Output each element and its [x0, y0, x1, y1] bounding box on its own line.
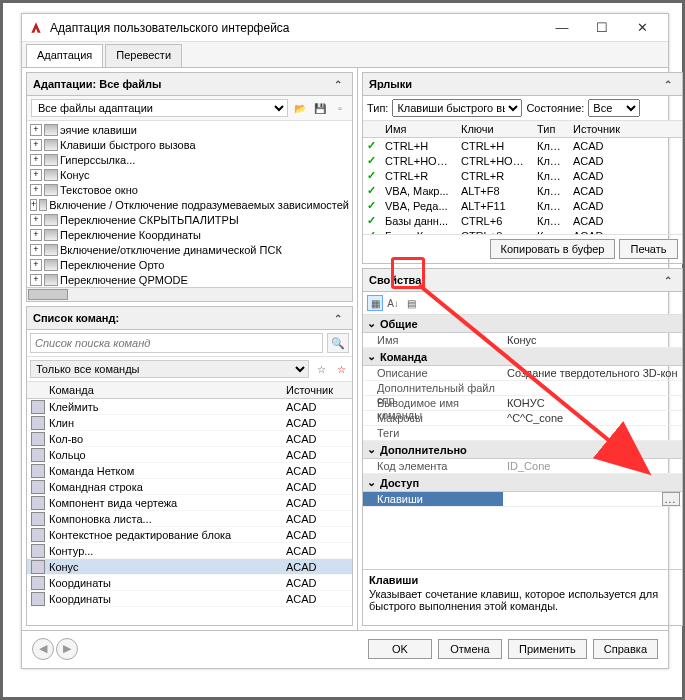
command-row[interactable]: Контур...ACAD: [27, 543, 352, 559]
command-icon: [31, 512, 45, 526]
expand-icon[interactable]: +: [30, 124, 42, 136]
expand-icon[interactable]: +: [30, 214, 42, 226]
expand-icon[interactable]: +: [30, 199, 37, 211]
tree-item[interactable]: +Переключение СКРЫТЬПАЛИТРЫ: [28, 212, 351, 227]
keys-ellipsis-button[interactable]: ...: [662, 492, 680, 506]
tree-item[interactable]: +Гиперссылка...: [28, 152, 351, 167]
print-button[interactable]: Печать: [619, 239, 677, 259]
expand-icon[interactable]: +: [30, 244, 42, 256]
expand-icon[interactable]: +: [30, 154, 42, 166]
shortcut-row[interactable]: ✓VBA, Реда...ALT+F11Кла...ACAD: [363, 198, 682, 213]
collapse-icon[interactable]: ⌃: [330, 76, 346, 92]
command-icon: [31, 480, 45, 494]
node-icon: [39, 199, 47, 211]
node-icon: [44, 229, 58, 241]
command-row[interactable]: КоординатыACAD: [27, 591, 352, 607]
tree-item[interactable]: +Переключение QPMODE: [28, 272, 351, 287]
command-row[interactable]: КольцоACAD: [27, 447, 352, 463]
horizontal-scrollbar[interactable]: [27, 287, 352, 301]
command-filter-combo[interactable]: Только все команды: [30, 360, 309, 378]
maximize-button[interactable]: ☐: [582, 16, 622, 40]
shortcut-row[interactable]: ✓Базы данн...CTRL+6Кла...ACAD: [363, 213, 682, 228]
cancel-button[interactable]: Отмена: [438, 639, 502, 659]
ok-button[interactable]: OK: [368, 639, 432, 659]
shortcuts-panel: Ярлыки ⌃ Тип: Клавиши быстрого вызова Со…: [362, 72, 683, 264]
command-row[interactable]: Компонент вида чертежаACAD: [27, 495, 352, 511]
app-icon: [28, 20, 44, 36]
node-icon: [44, 169, 58, 181]
command-icon: [31, 576, 45, 590]
expand-icon[interactable]: +: [30, 259, 42, 271]
search-button[interactable]: 🔍: [327, 333, 349, 353]
tree-item[interactable]: +эячие клавиши: [28, 122, 351, 137]
command-table[interactable]: Команда Источник КлеймитьACADКлинACADКол…: [27, 382, 352, 625]
property-help: Клавиши Указывает сочетание клавиш, кото…: [363, 569, 682, 625]
nav-forward-button[interactable]: ▶: [56, 638, 78, 660]
shortcut-row[interactable]: ✓CTRL+HOMECTRL+HOMEКла...ACAD: [363, 153, 682, 168]
expand-icon[interactable]: +: [30, 184, 42, 196]
command-icon: [31, 448, 45, 462]
expand-icon[interactable]: +: [30, 229, 42, 241]
command-row[interactable]: КлеймитьACAD: [27, 399, 352, 415]
col-source[interactable]: Источник: [282, 382, 352, 398]
help-button[interactable]: Справка: [593, 639, 658, 659]
open-icon[interactable]: 📂: [292, 100, 308, 116]
command-icon: [31, 432, 45, 446]
tree-item[interactable]: +Переключение Координаты: [28, 227, 351, 242]
shortcuts-table[interactable]: Имя Ключи Тип Источник ✓CTRL+HCTRL+HКла.…: [363, 121, 682, 234]
collapse-icon[interactable]: ⌃: [660, 272, 676, 288]
tree-item[interactable]: +Переключение Орто: [28, 257, 351, 272]
col-command[interactable]: Команда: [45, 382, 282, 398]
copy-to-buffer-button[interactable]: Копировать в буфер: [490, 239, 616, 259]
state-combo[interactable]: Все: [588, 99, 640, 117]
adaptation-tree[interactable]: +эячие клавиши+Клавиши быстрого вызова+Г…: [27, 121, 352, 287]
tree-item[interactable]: +Клавиши быстрого вызова: [28, 137, 351, 152]
command-row[interactable]: Компоновка листа...ACAD: [27, 511, 352, 527]
command-search-input[interactable]: [30, 333, 323, 353]
collapse-icon[interactable]: ⌃: [330, 310, 346, 326]
star-remove-icon[interactable]: ☆: [333, 361, 349, 377]
expand-icon[interactable]: +: [30, 139, 42, 151]
command-icon: [31, 416, 45, 430]
sort-az-icon[interactable]: A↓: [385, 295, 401, 311]
adaptation-file-combo[interactable]: Все файлы адаптации: [31, 99, 288, 117]
shortcuts-title: Ярлыки: [369, 78, 412, 90]
props-page-icon[interactable]: ▤: [403, 295, 419, 311]
tree-item[interactable]: +Текстовое окно: [28, 182, 351, 197]
cascade-icon[interactable]: ▫: [332, 100, 348, 116]
keys-property-row[interactable]: Клавиши ...: [363, 492, 682, 507]
star-add-icon[interactable]: ☆: [313, 361, 329, 377]
save-icon[interactable]: 💾: [312, 100, 328, 116]
tab-adapt[interactable]: Адаптация: [26, 44, 103, 67]
node-icon: [44, 214, 58, 226]
shortcut-row[interactable]: ✓CTRL+HCTRL+HКла...ACAD: [363, 138, 682, 153]
command-icon: [31, 560, 45, 574]
command-list-title: Список команд:: [33, 312, 119, 324]
dialog-window: Адаптация пользовательского интерфейса —…: [21, 13, 669, 669]
expand-icon[interactable]: +: [30, 274, 42, 286]
command-row[interactable]: КоординатыACAD: [27, 575, 352, 591]
command-row[interactable]: КонусACAD: [27, 559, 352, 575]
minimize-button[interactable]: —: [542, 16, 582, 40]
shortcut-row[interactable]: ✓CTRL+RCTRL+RКла...ACAD: [363, 168, 682, 183]
close-button[interactable]: ✕: [622, 16, 662, 40]
command-row[interactable]: КлинACAD: [27, 415, 352, 431]
collapse-icon[interactable]: ⌃: [660, 76, 676, 92]
command-row[interactable]: Контекстное редактирование блокаACAD: [27, 527, 352, 543]
tree-item[interactable]: +Включение/отключение динамической ПСК: [28, 242, 351, 257]
tree-item[interactable]: +Конус: [28, 167, 351, 182]
nav-back-button[interactable]: ◀: [32, 638, 54, 660]
command-row[interactable]: Кол-воACAD: [27, 431, 352, 447]
categorize-icon[interactable]: ▦: [367, 295, 383, 311]
command-row[interactable]: Команда НеткомACAD: [27, 463, 352, 479]
shortcut-row[interactable]: ✓VBA, Макр...ALT+F8Кла...ACAD: [363, 183, 682, 198]
expand-icon[interactable]: +: [30, 169, 42, 181]
tree-item[interactable]: +Включение / Отключение подразумеваемых …: [28, 197, 351, 212]
command-row[interactable]: Командная строкаACAD: [27, 479, 352, 495]
tab-translate[interactable]: Перевести: [105, 44, 182, 67]
apply-button[interactable]: Применить: [508, 639, 587, 659]
adaptations-panel: Адаптации: Все файлы ⌃ Все файлы адаптац…: [26, 72, 353, 302]
node-icon: [44, 244, 58, 256]
type-combo[interactable]: Клавиши быстрого вызова: [392, 99, 522, 117]
node-icon: [44, 139, 58, 151]
